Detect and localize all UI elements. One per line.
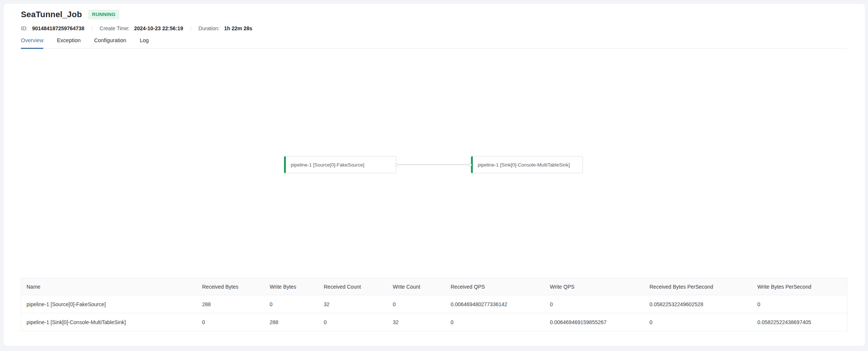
create-time-value: 2024-10-23 22:56:19	[134, 25, 183, 32]
tab-configuration[interactable]: Configuration	[94, 37, 126, 49]
column-header-write-qps: Write QPS	[545, 278, 644, 295]
meta-divider	[191, 26, 191, 31]
job-id-label: ID:	[21, 25, 28, 32]
table-cell: 0.006469469159855267	[545, 313, 644, 331]
table-cell: 0	[197, 313, 265, 331]
table-cell: 0	[644, 313, 752, 331]
column-header-received-bytes: Received Bytes	[197, 278, 265, 295]
input-port-icon	[468, 163, 472, 167]
column-header-write-bytes: Write Bytes	[265, 278, 319, 295]
table-cell: 0	[752, 295, 847, 313]
create-time-label: Create Time:	[100, 25, 129, 32]
table-cell: 288	[265, 313, 319, 331]
table-header-row: Name Received Bytes Write Bytes Received…	[21, 278, 847, 295]
column-header-write-count: Write Count	[388, 278, 446, 295]
duration-label: Duration:	[199, 25, 220, 32]
job-tabs: Overview Exception Configuration Log	[21, 37, 847, 49]
output-port-icon	[395, 163, 398, 167]
page-title: SeaTunnel_Job	[21, 10, 82, 19]
column-header-name: Name	[21, 278, 197, 295]
duration-value: 1h 22m 28s	[224, 25, 253, 32]
status-badge: RUNNING	[88, 10, 120, 19]
table-cell: 288	[197, 295, 265, 313]
meta-divider	[92, 26, 92, 31]
table-cell: 0.05822532249602528	[644, 295, 752, 313]
tab-log[interactable]: Log	[140, 37, 149, 49]
table-cell: 0.006469480277336142	[446, 295, 545, 313]
job-meta-row: ID: 901484187259764738 Create Time: 2024…	[21, 25, 252, 32]
table-cell: 0	[388, 295, 446, 313]
metrics-table: Name Received Bytes Write Bytes Received…	[21, 278, 847, 331]
table-row: pipeline-1 [Source[0]-FakeSource] 288 0 …	[21, 295, 847, 313]
dag-node-sink[interactable]: pipeline-1 [Sink[0]-Console-MultiTableSi…	[471, 156, 583, 173]
dag-node-source[interactable]: pipeline-1 [Source[0]-FakeSource]	[284, 156, 396, 173]
table-cell: 0.05822522438697405	[752, 313, 847, 331]
dag-edge-line	[396, 164, 470, 165]
table-cell: pipeline-1 [Source[0]-FakeSource]	[21, 295, 197, 313]
table-cell: 32	[388, 313, 446, 331]
table-cell: 32	[319, 295, 388, 313]
column-header-received-count: Received Count	[319, 278, 388, 295]
job-id-value: 901484187259764738	[32, 25, 84, 32]
job-detail-card: SeaTunnel_Job RUNNING ID: 90148418725976…	[4, 4, 865, 346]
tab-exception[interactable]: Exception	[57, 37, 81, 49]
table-cell: 0	[545, 295, 644, 313]
column-header-received-bytes-persecond: Received Bytes PerSecond	[644, 278, 752, 295]
table-row: pipeline-1 [Sink[0]-Console-MultiTableSi…	[21, 313, 847, 331]
tab-overview[interactable]: Overview	[21, 37, 43, 49]
table-cell: 0	[265, 295, 319, 313]
dag-node-label: pipeline-1 [Sink[0]-Console-MultiTableSi…	[478, 162, 570, 168]
column-header-write-bytes-persecond: Write Bytes PerSecond	[752, 278, 847, 295]
table-cell: pipeline-1 [Sink[0]-Console-MultiTableSi…	[21, 313, 197, 331]
dag-node-label: pipeline-1 [Source[0]-FakeSource]	[291, 162, 364, 168]
dag-canvas: pipeline-1 [Source[0]-FakeSource] pipeli…	[4, 49, 865, 277]
column-header-received-qps: Received QPS	[446, 278, 545, 295]
table-cell: 0	[319, 313, 388, 331]
table-cell: 0	[446, 313, 545, 331]
job-header: SeaTunnel_Job RUNNING	[21, 10, 119, 19]
